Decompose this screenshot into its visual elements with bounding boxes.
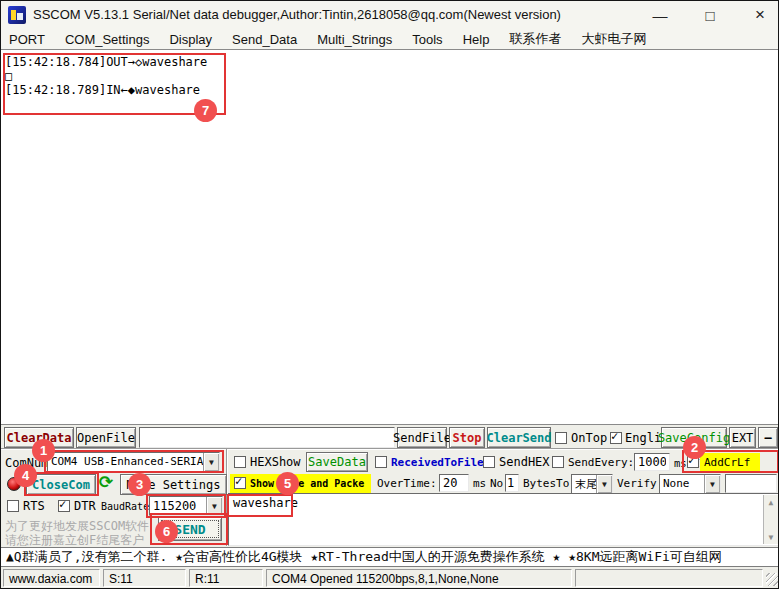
overtime-input[interactable]: [439, 474, 469, 492]
no-label: No: [490, 477, 503, 490]
received-to-file-label: ReceivedToFile: [391, 456, 484, 469]
status-website: www.daxia.com: [3, 569, 100, 587]
menu-com-settings[interactable]: COM_Settings: [55, 32, 160, 47]
rx-line-char: □: [5, 69, 776, 83]
dropdown-arrow-icon[interactable]: ▼: [596, 475, 612, 493]
dtr-checkbox[interactable]: ✓: [58, 500, 70, 512]
rx-line-in: [15:42:18.789]IN←◆waveshare: [5, 83, 776, 97]
file-path-input[interactable]: [139, 427, 395, 448]
menu-display[interactable]: Display: [159, 32, 222, 47]
divider-horizontal: [1, 448, 779, 450]
ontop-label: OnTop: [571, 431, 607, 445]
menu-help[interactable]: Help: [453, 32, 500, 47]
receive-data-area[interactable]: [15:42:18.784]OUT→◇waveshare □ [15:42:18…: [1, 49, 779, 425]
menu-contact-author[interactable]: 联系作者: [499, 30, 571, 48]
status-empty-cell: [575, 569, 763, 587]
menu-bar: PORT COM_Settings Display Send_Data Mult…: [1, 29, 779, 49]
show-time-checkbox[interactable]: ✓: [234, 477, 246, 489]
ontop-checkbox[interactable]: [555, 432, 567, 444]
annotation-circle-4: 4: [14, 464, 37, 487]
collapse-button[interactable]: —: [758, 427, 778, 448]
verify-label: Verify: [617, 477, 657, 490]
status-sent-count: S:11: [103, 569, 186, 587]
annotation-circle-3: 3: [128, 473, 151, 496]
menu-send-data[interactable]: Send_Data: [222, 32, 307, 47]
rts-label: RTS: [23, 499, 45, 513]
send-every-checkbox[interactable]: [552, 456, 564, 468]
window-title: SSCOM V5.13.1 Serial/Net data debugger,A…: [33, 7, 561, 22]
status-bar: www.daxia.com S:11 R:11 COM4 Opened 1152…: [1, 568, 779, 589]
annotation-circle-5: 5: [276, 472, 299, 495]
send-hex-checkbox[interactable]: [483, 456, 495, 468]
annotation-circle-1: 1: [32, 439, 55, 462]
sscom-window: SSCOM V5.13.1 Serial/Net data debugger,A…: [0, 0, 779, 589]
menu-multi-strings[interactable]: Multi_Strings: [307, 32, 402, 47]
info-bar[interactable]: ▲Q群满员了,没有第二个群. ★合宙高性价比4G模块 ★RT-Thread中国人…: [1, 547, 779, 567]
show-time-label: Show Time and Packe: [250, 478, 364, 489]
menu-daxia-website[interactable]: 大虾电子网: [571, 30, 656, 48]
title-bar: SSCOM V5.13.1 Serial/Net data debugger,A…: [1, 1, 779, 29]
send-text-area[interactable]: waveshare ▲ ▼: [228, 493, 779, 546]
hexshow-label: HEXShow: [250, 455, 301, 469]
english-checkbox[interactable]: ✓: [610, 432, 622, 444]
info-bar-text: ▲Q群满员了,没有第二个群. ★合宙高性价比4G模块 ★RT-Thread中国人…: [1, 548, 722, 566]
bytes-count-input[interactable]: [505, 474, 519, 492]
check-icon: ✓: [611, 429, 618, 443]
baudrate-select[interactable]: 115200 ▼: [149, 496, 223, 516]
hexshow-checkbox[interactable]: [234, 456, 246, 468]
rx-line-out: [15:42:18.784]OUT→◇waveshare: [5, 55, 776, 69]
ms-label: ms: [473, 477, 486, 490]
save-data-button[interactable]: SaveData: [306, 452, 368, 472]
check-icon: ✓: [235, 474, 242, 488]
status-received-count: R:11: [189, 569, 263, 587]
verify-extra-input[interactable]: [725, 474, 777, 493]
minimize-button[interactable]: —: [641, 1, 679, 29]
verify-select[interactable]: None ▼: [659, 474, 721, 494]
resize-grip[interactable]: [766, 573, 779, 586]
rts-checkbox[interactable]: [7, 500, 19, 512]
com-port-select[interactable]: COM4 USB-Enhanced-SERIAL C ▼: [47, 452, 220, 472]
check-icon: ✓: [59, 497, 66, 511]
overtime-label: OverTime:: [377, 477, 437, 490]
send-text-value: waveshare: [233, 496, 298, 510]
send-scrollbar[interactable]: ▲ ▼: [763, 495, 778, 544]
open-file-button[interactable]: OpenFile: [76, 427, 136, 448]
stop-button[interactable]: Stop: [449, 427, 485, 448]
send-every-interval-input[interactable]: [634, 453, 670, 471]
dropdown-arrow-icon[interactable]: ▼: [704, 475, 720, 493]
send-every-label: SendEvery:: [568, 456, 634, 469]
received-to-file-checkbox[interactable]: [375, 456, 387, 468]
baudrate-label: BaudRate: [101, 501, 149, 512]
dropdown-arrow-icon[interactable]: ▼: [206, 497, 222, 515]
refresh-ports-icon[interactable]: ⟳: [99, 472, 113, 492]
bytes-to-label: BytesTo: [523, 477, 569, 490]
annotation-circle-2: 2: [683, 436, 706, 459]
scroll-up-icon[interactable]: ▲: [764, 495, 778, 509]
bytes-to-select[interactable]: 末尾 ▼: [571, 474, 613, 494]
clear-send-button[interactable]: ClearSend: [487, 427, 551, 448]
ext-button[interactable]: EXT: [729, 427, 756, 448]
maximize-button[interactable]: □: [691, 1, 729, 29]
close-button[interactable]: ×: [741, 1, 779, 29]
annotation-circle-7: 7: [194, 99, 217, 122]
send-hex-label: SendHEX: [499, 455, 550, 469]
dtr-label: DTR: [74, 499, 96, 513]
scroll-down-icon[interactable]: ▼: [764, 530, 778, 544]
add-crlf-label: AddCrLf: [704, 456, 750, 469]
app-icon: [8, 6, 26, 24]
send-file-button[interactable]: SendFile: [397, 427, 447, 448]
menu-tools[interactable]: Tools: [402, 32, 452, 47]
menu-port[interactable]: PORT: [1, 32, 55, 47]
dropdown-arrow-icon[interactable]: ▼: [203, 453, 219, 471]
annotation-circle-6: 6: [155, 520, 178, 543]
status-port-state: COM4 Opened 115200bps,8,1,None,None: [266, 569, 572, 587]
